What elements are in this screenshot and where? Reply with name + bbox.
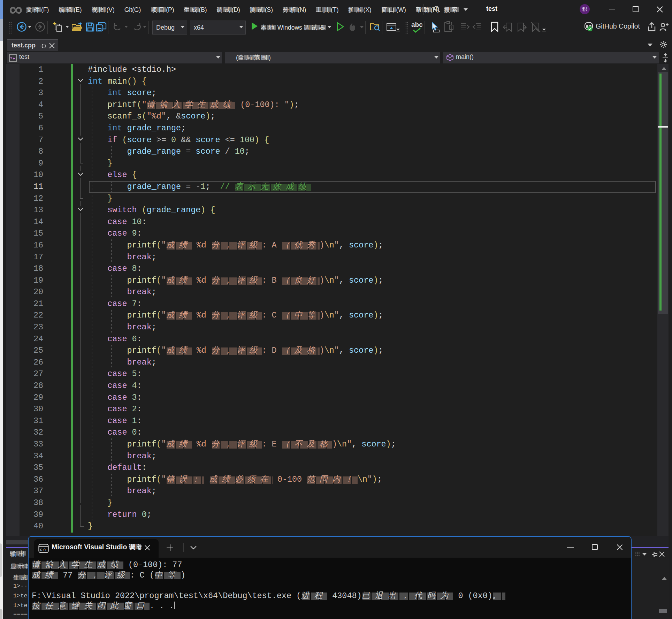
svg-text:C:\: C:\ [40, 548, 46, 552]
